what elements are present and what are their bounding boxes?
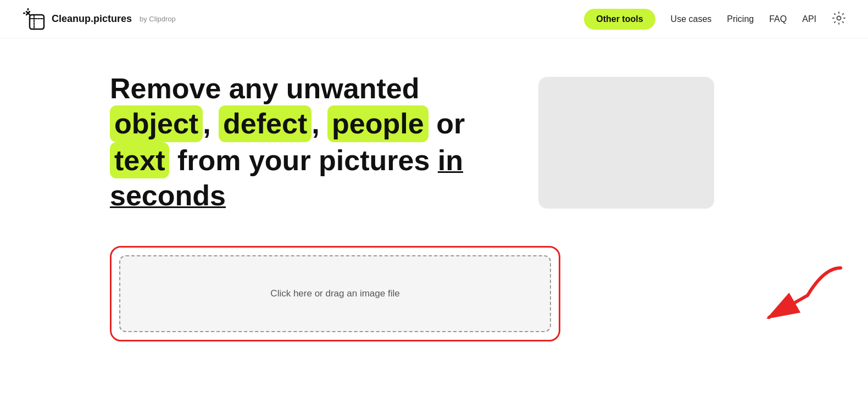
upload-placeholder-text: Click here or drag an image file [270, 288, 399, 299]
nav-area: Other tools Use cases Pricing FAQ API [584, 9, 846, 30]
main-content: Remove any unwanted object, defect, peop… [0, 38, 868, 235]
svg-point-7 [837, 16, 841, 20]
sep2: , [311, 108, 327, 139]
headline-mid: from your pictures [177, 144, 438, 176]
headline-or: or [429, 108, 465, 139]
highlight-text: text [110, 142, 169, 178]
headline-line1: Remove any unwanted [110, 72, 419, 104]
logo-icon [22, 7, 46, 31]
nav-pricing[interactable]: Pricing [727, 14, 754, 24]
upload-area-outer[interactable]: Click here or drag an image file [110, 246, 560, 341]
bottom-section: Click here or drag an image file [0, 246, 868, 341]
headline-seconds: seconds [110, 180, 226, 211]
logo-area: Cleanup.pictures by Clipdrop [22, 7, 176, 31]
headline-in: in [438, 144, 463, 176]
logo-sub: by Clipdrop [140, 15, 176, 23]
nav-api[interactable]: API [802, 14, 816, 24]
highlight-object: object [110, 105, 203, 142]
hero-headline: Remove any unwanted object, defect, peop… [110, 71, 494, 213]
arrow-svg [736, 262, 846, 334]
svg-rect-4 [30, 15, 44, 29]
highlight-defect: defect [219, 105, 311, 142]
image-preview-placeholder [538, 77, 714, 209]
highlight-people: people [327, 105, 429, 142]
sep1: , [203, 108, 219, 139]
header: Cleanup.pictures by Clipdrop Other tools… [0, 0, 868, 38]
nav-use-cases[interactable]: Use cases [671, 14, 712, 24]
nav-faq[interactable]: FAQ [769, 14, 787, 24]
arrow-indicator [736, 262, 846, 336]
settings-icon[interactable] [832, 11, 846, 27]
upload-drop-zone[interactable]: Click here or drag an image file [119, 255, 551, 332]
other-tools-button[interactable]: Other tools [584, 9, 655, 30]
left-section: Remove any unwanted object, defect, peop… [110, 71, 494, 235]
logo-name: Cleanup.pictures [52, 13, 132, 25]
